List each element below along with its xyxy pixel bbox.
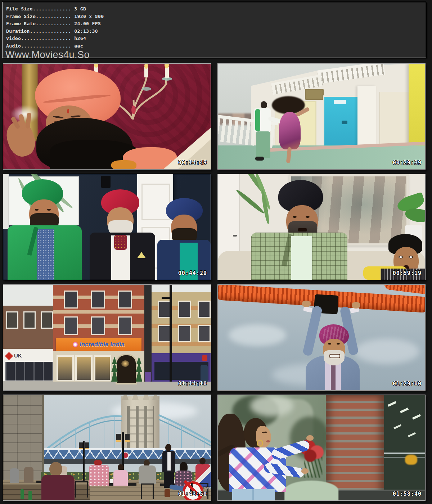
- left-frame-edge: [3, 174, 9, 229]
- mint-shirt: [291, 236, 312, 280]
- left-arm-sleeve: [302, 305, 323, 356]
- sage-planter: [284, 481, 338, 500]
- gritted-teeth: [329, 354, 340, 358]
- left-hand: [302, 301, 311, 307]
- stone-wall: [3, 395, 44, 481]
- screenshot-thumb-6: 01:29:00: [217, 284, 426, 391]
- meta-video-codec: Video................. h264: [3, 35, 426, 42]
- centre-window-6: [118, 316, 132, 335]
- man-eye-left: [293, 216, 297, 218]
- door-chandelier-glow: [121, 360, 129, 367]
- scene-beach-huts: [218, 64, 425, 169]
- timestamp: 01:14:10: [178, 381, 207, 387]
- left-window-2: [23, 311, 36, 329]
- scene-street: UK Incredible India: [3, 285, 211, 390]
- right-window-5: [178, 325, 191, 342]
- chair-1: [75, 481, 88, 498]
- flower-icon: [73, 342, 78, 347]
- screenshot-thumb-2: 00:29:39: [217, 63, 426, 170]
- hoodie-man-torso: [139, 465, 156, 484]
- centre-window-4: [64, 316, 78, 335]
- man2-eye-left: [399, 256, 403, 258]
- cloud-1: [229, 324, 286, 346]
- hoop-earring: [257, 440, 263, 447]
- cloud-2: [355, 339, 419, 364]
- window-railing-2: [384, 457, 425, 458]
- meta-frame-rate: Frame Rate............ 24.00 FPS: [3, 20, 426, 28]
- pipe-upper-right: [383, 285, 425, 295]
- media-info-sheet: File Size............. 3 GB Frame Size..…: [0, 0, 432, 504]
- timestamp: 00:29:39: [393, 159, 422, 166]
- cyan-door-latch: [342, 121, 347, 124]
- bg-patron-1: [10, 468, 19, 483]
- man2-eye-right: [409, 256, 413, 258]
- purple-bin: [145, 372, 151, 382]
- meta-file-size: File Size............. 3 GB: [3, 2, 426, 13]
- lamp-post: [170, 285, 172, 382]
- right-window-2: [178, 301, 191, 318]
- lamp-post-arm: [162, 297, 172, 299]
- jeans-seam: [252, 489, 254, 500]
- timestamp: 00:59:19: [393, 270, 422, 276]
- blurred-brick-pillar: [326, 395, 384, 500]
- waiter-head: [165, 444, 171, 451]
- woman-dress: [279, 112, 301, 149]
- alley-gap: [144, 285, 152, 382]
- door-panel-top: [141, 184, 170, 220]
- lamp-lantern-2: [79, 442, 83, 449]
- screenshot-thumb-8: 01:58:40: [217, 395, 426, 501]
- scene-three-men: [3, 174, 211, 280]
- lips: [266, 440, 270, 442]
- window-railing: [384, 453, 425, 454]
- timestamp: 01:43:50: [178, 491, 207, 497]
- chair-2: [141, 483, 154, 499]
- scene-sofa-reaction: [218, 174, 425, 280]
- man-eye-right: [306, 216, 310, 218]
- foreground-man-torso: [41, 475, 75, 500]
- timestamp: 00:14:49: [178, 159, 207, 166]
- restaurant-sign: Incredible India: [56, 338, 141, 351]
- man-head: [261, 101, 267, 109]
- right-window-3: [198, 301, 211, 318]
- left-shop-window: [5, 362, 55, 381]
- big-window-2: [75, 355, 93, 381]
- screenshot-thumb-7: ALCOHOL CONSUMPTION IS INJURIOUS 01:43:5…: [3, 395, 211, 501]
- door-handle: [233, 235, 237, 237]
- right-hand: [352, 302, 360, 309]
- big-window-3: [94, 355, 111, 381]
- man1-shirt: [37, 229, 54, 280]
- alcohol-warning-text: ALCOHOL CONSUMPTION IS INJURIOUS: [203, 486, 211, 489]
- eye-left: [328, 343, 331, 345]
- centre-window-5: [91, 316, 105, 335]
- foreground-man-head: [49, 462, 62, 476]
- restaurant-sign-text: Incredible India: [80, 341, 125, 348]
- colourful-man-head: [199, 458, 206, 464]
- left-window-3: [41, 311, 53, 329]
- man1-eye-left: [35, 209, 39, 211]
- turban-man-floral-shirt: [89, 465, 109, 486]
- lamp-post-2: [83, 441, 85, 481]
- cyan-door-plate: [334, 100, 346, 104]
- meta-audio-codec: Audio................. aac: [3, 42, 426, 50]
- big-window-1: [57, 355, 74, 381]
- wall-vent: [305, 89, 324, 100]
- tilak-mark: [67, 109, 69, 113]
- timestamp: 00:44:29: [178, 270, 207, 276]
- man1-eye-right: [47, 209, 51, 211]
- timestamp: 01:29:00: [393, 381, 422, 387]
- meta-frame-size: Frame Size............ 1920 x 800: [3, 13, 426, 21]
- man2-cravat: [114, 235, 127, 250]
- hand-upper: [306, 435, 314, 441]
- right-window-1: [158, 301, 171, 318]
- screenshot-thumb-3: 00:44:29: [3, 174, 211, 280]
- screenshot-thumb-5: UK Incredible India: [3, 284, 211, 391]
- scene-tower-bridge-cafe: ALCOHOL CONSUMPTION IS INJURIOUS: [3, 395, 211, 500]
- right-window-4: [158, 325, 171, 342]
- lamp-lantern-2b: [85, 442, 89, 449]
- meta-duration: Duration.............. 02:13:30: [3, 28, 426, 35]
- turban-man-red-turban: [94, 460, 102, 465]
- shop-sign-uk: UK: [14, 352, 22, 359]
- red-flowers-3: [304, 450, 316, 462]
- reflected-sky-patch: [250, 395, 293, 417]
- tie-dark: [331, 362, 336, 390]
